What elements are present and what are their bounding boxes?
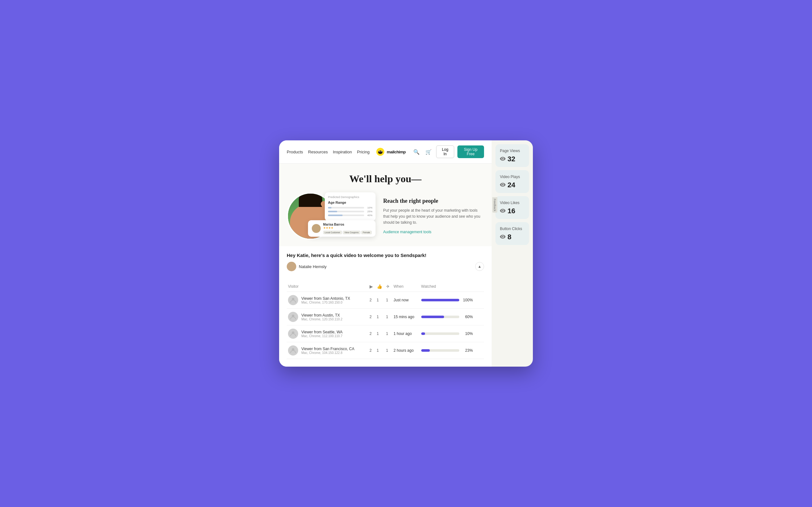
profile-card: Marisa Barros ★★★★ Local Customer View C… bbox=[308, 220, 375, 237]
nav-resources[interactable]: Resources bbox=[308, 150, 328, 154]
plays-cell: 2 bbox=[368, 292, 375, 308]
col-likes: 👍 bbox=[375, 281, 385, 292]
navigation: Products Resources Inspiration Pricing m… bbox=[279, 140, 492, 164]
eye-icon bbox=[500, 234, 506, 240]
demo-bar-3: 40% bbox=[328, 214, 372, 217]
eye-icon bbox=[500, 156, 506, 162]
demo-bar-2: 25% bbox=[328, 210, 372, 213]
eye-icon bbox=[500, 182, 506, 188]
progress-track bbox=[421, 332, 459, 335]
stat-value: 16 bbox=[507, 207, 515, 215]
profile-avatar bbox=[312, 224, 321, 233]
viewer-name: Viewer from San Antonio, TX bbox=[301, 296, 350, 301]
profile-info: Marisa Barros ★★★★ Local Customer View C… bbox=[323, 223, 372, 234]
col-when: When bbox=[392, 281, 420, 292]
col-shares: ✈ bbox=[385, 281, 392, 292]
viewer-info-cell: Viewer from Austin, TX Mac, Chrome, 120.… bbox=[287, 308, 368, 326]
tag-local-customer: Local Customer bbox=[323, 231, 342, 234]
profile-tags: Local Customer View Coupons Female bbox=[323, 231, 372, 234]
table-row: Viewer from San Antonio, TX Mac, Chrome,… bbox=[287, 292, 484, 308]
progress-track bbox=[421, 316, 459, 318]
col-visitor: Visitor bbox=[287, 281, 368, 292]
video-title: Hey Katie, here's a quick video to welco… bbox=[287, 252, 484, 258]
viewer-avatar bbox=[288, 329, 298, 339]
hero-description: Put your people at the heart of your mar… bbox=[383, 208, 484, 226]
when-cell: 15 mins ago bbox=[392, 308, 420, 326]
demo-card-title: Predicted Demographics bbox=[328, 195, 372, 199]
when-cell: 1 hour ago bbox=[392, 326, 420, 342]
likes-cell: 1 bbox=[375, 326, 385, 342]
stat-label: Video Plays bbox=[500, 175, 525, 179]
viewer-device: Mac, Chrome, 120.150.110.2 bbox=[301, 318, 343, 321]
profile-name: Marisa Barros bbox=[323, 223, 372, 226]
hero-text: Reach the right people Put your people a… bbox=[383, 198, 484, 235]
watched-cell: 23% bbox=[420, 342, 484, 359]
viewer-name: Viewer from Austin, TX bbox=[301, 313, 343, 318]
watched-cell: 100% bbox=[420, 292, 484, 308]
watched-percentage: 10% bbox=[462, 331, 473, 336]
stat-value: 32 bbox=[507, 155, 515, 163]
viewer-info-cell: Viewer from Seattle, WA Mac, Chrome, 112… bbox=[287, 326, 368, 342]
sender-name: Natalie Hemsly bbox=[299, 264, 326, 269]
signup-button[interactable]: Sign Up Free bbox=[457, 146, 484, 158]
viewer-device: Mac, Chrome, 112.100.110.7 bbox=[301, 334, 343, 338]
audience-management-link[interactable]: Audience management tools bbox=[383, 230, 432, 234]
progress-fill bbox=[421, 349, 430, 352]
watched-percentage: 100% bbox=[462, 298, 473, 302]
stats-sidebar: Page Views 32 Video Plays 24 bbox=[492, 140, 533, 249]
viewer-device: Mac, Chrome, 170.160.150.0 bbox=[301, 301, 350, 304]
when-cell: 2 hours ago bbox=[392, 342, 420, 359]
col-watched: Watched bbox=[420, 281, 484, 292]
sender-avatar bbox=[287, 262, 296, 271]
shares-cell: 1 bbox=[385, 308, 392, 326]
nav-inspiration[interactable]: Inspiration bbox=[333, 150, 352, 154]
nav-links: Products Resources Inspiration Pricing bbox=[287, 150, 369, 154]
stat-label: Page Views bbox=[500, 149, 525, 153]
main-content: Products Resources Inspiration Pricing m… bbox=[279, 140, 492, 367]
progress-track bbox=[421, 349, 459, 352]
plays-cell: 2 bbox=[368, 342, 375, 359]
mailchimp-logo-icon bbox=[376, 147, 385, 156]
logo-text: mailchimp bbox=[387, 150, 406, 154]
video-sender: Natalie Hemsly ▲ bbox=[287, 262, 484, 271]
profile-stars: ★★★★ bbox=[323, 226, 372, 229]
viewer-name: Viewer from San Francisco, CA bbox=[301, 347, 354, 351]
watched-cell: 60% bbox=[420, 308, 484, 326]
shares-cell: 1 bbox=[385, 326, 392, 342]
hero-visual: Predicted Demographics Age Range 10% 25% bbox=[287, 192, 375, 240]
stat-card: Page Views 32 bbox=[496, 144, 529, 167]
login-button[interactable]: Log In bbox=[436, 146, 454, 158]
collapse-button[interactable]: ▲ bbox=[475, 262, 484, 271]
watched-percentage: 60% bbox=[462, 315, 473, 319]
progress-fill bbox=[421, 299, 459, 301]
viewer-avatar bbox=[288, 312, 298, 322]
viewer-avatar bbox=[288, 345, 298, 355]
stat-value: 24 bbox=[507, 181, 515, 189]
stat-value: 8 bbox=[507, 233, 511, 241]
nav-pricing[interactable]: Pricing bbox=[357, 150, 369, 154]
hero-body: Predicted Demographics Age Range 10% 25% bbox=[287, 192, 484, 240]
tag-view-coupons: View Coupons bbox=[343, 231, 360, 234]
stat-value-row: 24 bbox=[500, 181, 525, 189]
plays-cell: 2 bbox=[368, 326, 375, 342]
shares-cell: 1 bbox=[385, 292, 392, 308]
feedback-tab[interactable]: Feedback bbox=[492, 197, 497, 213]
svg-point-4 bbox=[379, 151, 380, 152]
nav-products[interactable]: Products bbox=[287, 150, 303, 154]
stat-value-row: 8 bbox=[500, 233, 525, 241]
sender-info: Natalie Hemsly bbox=[287, 262, 326, 271]
eye-icon bbox=[500, 208, 506, 214]
progress-fill bbox=[421, 332, 425, 335]
when-cell: Just now bbox=[392, 292, 420, 308]
hero-subheading: Reach the right people bbox=[383, 198, 484, 205]
cart-button[interactable]: 🛒 bbox=[424, 148, 433, 156]
stat-card: Button Clicks 8 bbox=[496, 222, 529, 245]
table-body: Viewer from San Antonio, TX Mac, Chrome,… bbox=[287, 292, 484, 359]
main-card: Products Resources Inspiration Pricing m… bbox=[279, 140, 533, 367]
col-plays: ▶ bbox=[368, 281, 375, 292]
likes-cell: 1 bbox=[375, 342, 385, 359]
viewer-info-cell: Viewer from San Antonio, TX Mac, Chrome,… bbox=[287, 292, 368, 308]
table-row: Viewer from Austin, TX Mac, Chrome, 120.… bbox=[287, 308, 484, 326]
search-button[interactable]: 🔍 bbox=[412, 148, 421, 156]
table-row: Viewer from Seattle, WA Mac, Chrome, 112… bbox=[287, 326, 484, 342]
